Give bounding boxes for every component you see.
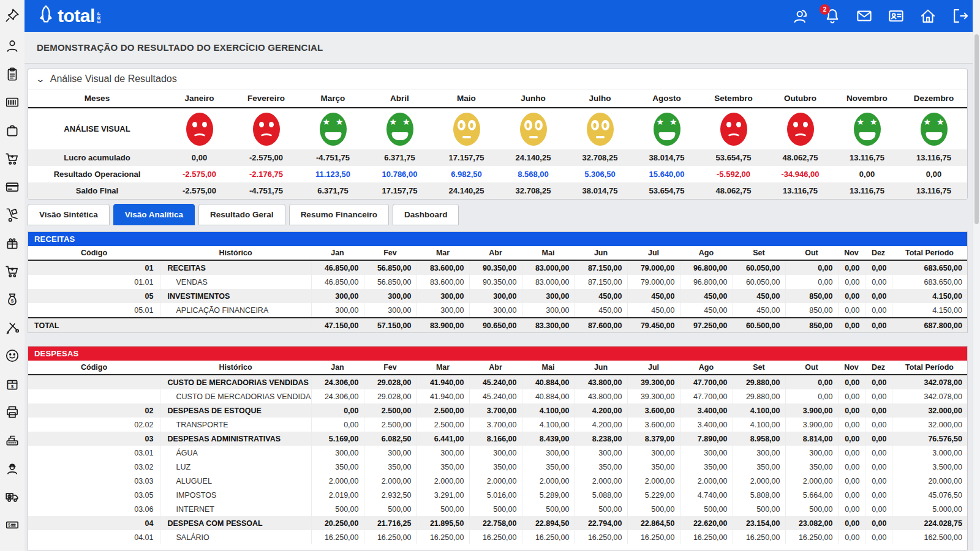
tab-dashboard[interactable]: Dashboard xyxy=(393,204,459,225)
worker-icon[interactable] xyxy=(4,460,20,476)
cell-value: 8.958,00 xyxy=(733,432,785,446)
cell-value: 24.306,00 xyxy=(311,375,364,389)
chevron-down-icon[interactable]: ⌄ xyxy=(36,74,45,84)
cell-value: 450,00 xyxy=(627,303,680,318)
cash-register-icon[interactable] xyxy=(4,432,20,448)
home-icon[interactable] xyxy=(919,7,937,25)
value-cell: 6.371,75 xyxy=(366,149,433,166)
cell-value: 0,00 xyxy=(838,460,865,474)
table-row: 04DESPESA COM PESSOAL20.250,0021.716,252… xyxy=(28,516,967,530)
sad-face-icon xyxy=(787,113,814,146)
cell-historico: RECEITAS xyxy=(160,260,311,275)
logout-icon[interactable] xyxy=(951,7,969,25)
cell-value: 300,00 xyxy=(627,446,680,460)
app-logo[interactable]: total ERP xyxy=(36,3,102,29)
cell-code: 04 xyxy=(28,516,160,530)
cell-value: 8.166,00 xyxy=(469,432,522,446)
column-header: Ago xyxy=(680,246,733,260)
column-header: Ago xyxy=(680,361,733,375)
cell-value: 0,00 xyxy=(865,260,892,275)
tab-resultado-geral[interactable]: Resultado Geral xyxy=(198,204,285,225)
cash-box-icon[interactable]: $ xyxy=(4,376,20,392)
cell-code: 02.02 xyxy=(28,418,160,432)
tools-icon[interactable] xyxy=(4,320,20,335)
credit-card-icon[interactable] xyxy=(4,179,20,195)
cell-value: 79.450,00 xyxy=(627,318,680,332)
money-bag-icon[interactable]: $ xyxy=(4,291,20,307)
shopping-cart-icon[interactable] xyxy=(4,151,20,167)
gift-icon[interactable] xyxy=(4,235,20,251)
cell-value: 0,00 xyxy=(865,502,892,516)
value-cell: 8.568,00 xyxy=(500,166,567,182)
value-cell: 13.116,75 xyxy=(900,149,967,166)
cell-value: 7.890,00 xyxy=(680,432,733,446)
cell-value: 96.800,00 xyxy=(680,260,733,275)
hand-truck-icon[interactable] xyxy=(4,207,20,223)
star-face-icon: ★★ xyxy=(854,113,881,146)
despesas-band: DESPESAS xyxy=(28,347,967,361)
cell-value: 0,00 xyxy=(838,275,865,289)
bank-check-icon[interactable]: $ xyxy=(4,517,20,533)
cell-value: 97.250,00 xyxy=(680,318,733,332)
table-row: 05INVESTIMENTOS300,00300,00300,00300,003… xyxy=(28,289,967,303)
tab-resumo-financeiro[interactable]: Resumo Financeiro xyxy=(289,204,389,225)
cell-value: 46.850,00 xyxy=(311,260,364,275)
vertical-scrollbar[interactable] xyxy=(973,0,980,551)
sidebar-rail: $$$ xyxy=(0,0,24,551)
month-header: Julho xyxy=(567,89,633,108)
value-cell: -2.575,00 xyxy=(166,182,233,199)
cell-value: 300,00 xyxy=(522,446,575,460)
cell-value: 0,00 xyxy=(838,516,865,530)
cell-value: 0,00 xyxy=(865,289,892,303)
month-header: Outubro xyxy=(767,89,834,108)
cell-value: 5.016,00 xyxy=(469,488,522,502)
printer-icon[interactable] xyxy=(4,404,20,420)
visual-panel-header[interactable]: ⌄ Análise Visual de Resultados xyxy=(28,69,967,89)
cell-historico: INVESTIMENTOS xyxy=(160,289,311,303)
cell-value: 3.400,00 xyxy=(680,418,733,432)
cell-value: 47.700,00 xyxy=(680,375,733,389)
column-header: Jul xyxy=(627,361,680,375)
column-header: Dez xyxy=(865,246,892,260)
cell-value: 2.500,00 xyxy=(417,403,469,418)
cell-value: 450,00 xyxy=(575,289,627,303)
user-icon[interactable] xyxy=(4,38,20,54)
delivery-truck-icon[interactable] xyxy=(4,489,20,504)
tab-vis-o-anal-tica[interactable]: Visão Analítica xyxy=(113,204,195,225)
table-row: 01.01VENDAS46.850,0056.850,0083.600,0090… xyxy=(28,275,967,289)
value-cell: 17.157,75 xyxy=(433,149,500,166)
cell-total: 683.650,00 xyxy=(892,275,967,289)
cell-historico: LUZ xyxy=(160,460,311,474)
value-cell: 5.306,50 xyxy=(567,166,633,182)
cell-historico: TRANSPORTE xyxy=(160,418,311,432)
cell-value: 0,00 xyxy=(311,403,364,418)
clipboard-icon[interactable] xyxy=(4,66,20,82)
value-cell: 13.116,75 xyxy=(834,149,900,166)
cell-value: 300,00 xyxy=(311,446,364,460)
value-cell: -34.946,00 xyxy=(767,166,834,182)
cell-value: 46.850,00 xyxy=(311,275,364,289)
shopping-bag-icon[interactable] xyxy=(4,122,20,138)
barcode-icon[interactable] xyxy=(4,94,20,110)
smiley-icon[interactable] xyxy=(4,348,20,364)
pin-icon[interactable] xyxy=(4,7,20,23)
cell-value: 0,00 xyxy=(865,389,892,403)
value-cell: 15.640,00 xyxy=(633,166,700,182)
scrollbar-thumb[interactable] xyxy=(974,34,979,224)
row-label: Saldo Final xyxy=(28,182,166,199)
support-icon[interactable] xyxy=(791,7,810,25)
value-cell: 53.654,75 xyxy=(700,149,767,166)
tab-vis-o-sint-tica[interactable]: Visão Sintética xyxy=(28,204,110,225)
cart-plus-icon[interactable] xyxy=(4,263,20,279)
sad-face-icon xyxy=(720,113,747,146)
visual-analysis-card: ⌄ Análise Visual de Resultados Meses Jan… xyxy=(28,69,968,200)
bell-icon[interactable]: 2 xyxy=(823,7,842,25)
cell-value: 0,00 xyxy=(838,318,865,332)
id-card-icon[interactable] xyxy=(887,7,905,25)
mail-icon[interactable] xyxy=(855,7,873,25)
mood-cell xyxy=(166,108,233,149)
page-title: DEMONSTRAÇÃO DO RESULTADO DO EXERCÍCIO G… xyxy=(37,42,323,53)
star-face-icon: ★★ xyxy=(320,113,347,146)
column-header: Total Período xyxy=(892,246,967,260)
cell-value: 3.291,00 xyxy=(417,488,469,502)
